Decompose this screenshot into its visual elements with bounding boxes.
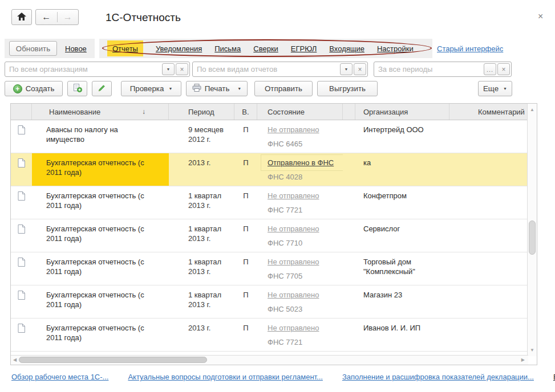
row-name: Бухгалтерская отчетность (с 2011 года) — [32, 285, 169, 318]
refresh-button[interactable]: Обновить — [9, 41, 57, 56]
clear-icon: × — [358, 67, 362, 72]
row-status-link[interactable]: Не отправлено — [268, 191, 319, 200]
organization-filter-clear-button[interactable]: × — [176, 63, 188, 75]
row-period: 2013 г. — [169, 318, 234, 351]
document-icon — [18, 258, 25, 285]
row-status-link[interactable]: Отправлено в ФНС — [268, 158, 334, 167]
table-row[interactable]: Бухгалтерская отчетность (с 2011 года) 1… — [11, 252, 528, 285]
document-icon — [18, 224, 25, 252]
copy-item-button[interactable] — [67, 81, 87, 96]
row-status-link[interactable]: Не отправлено — [268, 125, 319, 134]
scroll-down-icon[interactable]: ▼ — [528, 348, 537, 353]
table-row[interactable]: Бухгалтерская отчетность (с 2011 года) 1… — [11, 219, 528, 252]
footer-link[interactable]: Обзор рабочего места 1С-... — [11, 373, 108, 381]
scroll-left-icon[interactable]: ◀ — [13, 357, 17, 362]
ellipsis-icon: ... — [487, 68, 493, 71]
toolbar-tab[interactable]: Входящие — [329, 39, 364, 58]
header-period[interactable]: Период — [169, 104, 234, 120]
row-status-cell: Не отправлено ФНС 7721 — [257, 318, 343, 351]
export-button[interactable]: Выгрузить — [317, 81, 378, 96]
period-filter-input[interactable] — [374, 65, 484, 74]
toolbar-tab[interactable]: Сверки — [253, 39, 278, 58]
report-type-filter-input[interactable] — [193, 65, 340, 74]
row-name: Бухгалтерская отчетность (с 2011 года) — [32, 219, 169, 252]
scroll-right-icon[interactable]: ▶ — [521, 357, 525, 362]
header-name[interactable]: Наименование ↓ — [32, 104, 169, 120]
table-row[interactable]: Бухгалтерская отчетность (с 2011 года) 2… — [11, 153, 528, 186]
footer-link[interactable]: Актуальные вопросы подготовки и отправки… — [128, 373, 323, 381]
header-status[interactable]: Состояние — [257, 104, 343, 120]
report-type-filter-dropdown-button[interactable]: ▼ — [340, 63, 353, 75]
row-name: Авансы по налогу на имущество — [32, 120, 169, 153]
period-filter-clear-button[interactable]: × — [497, 63, 510, 75]
send-button[interactable]: Отправить — [254, 81, 313, 96]
report-type-filter: ▼ × — [192, 62, 368, 77]
print-button-label: Печать — [205, 84, 230, 93]
check-button-label: Проверка — [130, 84, 164, 93]
footer-link[interactable]: Заполнение и расшифровка показателей дек… — [342, 373, 534, 381]
vertical-scrollbar[interactable]: ▲ ▼ — [527, 104, 537, 356]
row-status-cell: Не отправлено ФНС 6465 — [257, 120, 343, 153]
check-dropdown-button[interactable]: Проверка ▼ — [121, 81, 181, 96]
row-spacer-cell — [343, 252, 355, 285]
toolbar-tab[interactable]: Уведомления — [156, 39, 202, 58]
row-status-link[interactable]: Не отправлено — [268, 291, 319, 299]
row-comment — [449, 120, 528, 153]
row-period: 1 квартал 2013 г. — [169, 285, 234, 318]
organization-filter-input[interactable] — [5, 65, 162, 74]
vertical-scrollbar-thumb[interactable] — [529, 220, 536, 255]
table-row[interactable]: Бухгалтерская отчетность (с 2011 года) 2… — [11, 318, 528, 352]
app-window: ← → 1С-Отчетность × Обновить Новое Отчет… — [0, 0, 555, 392]
row-v: П — [234, 318, 257, 351]
edit-pencil-button[interactable] — [92, 81, 112, 96]
create-button[interactable]: + Создать — [5, 81, 63, 96]
document-icon — [18, 291, 25, 318]
table-header: Наименование ↓ Период В. Состояние Орган… — [11, 104, 528, 120]
table-row[interactable]: Авансы по налогу на имущество 9 месяцев … — [11, 120, 528, 153]
toolbar-tab[interactable]: Настройки — [377, 39, 414, 58]
row-comment — [449, 186, 528, 219]
row-period: 2013 г. — [169, 153, 234, 186]
organization-filter-dropdown-button[interactable]: ▼ — [162, 63, 175, 75]
row-spacer-cell — [343, 318, 355, 351]
tabs: ОтчетыУведомленияПисьмаСверкиЕГРЮЛВходящ… — [99, 39, 432, 58]
reports-table: Наименование ↓ Период В. Состояние Орган… — [10, 103, 537, 365]
toolbar-tab[interactable]: Письма — [214, 39, 241, 58]
print-dropdown-button[interactable]: Печать ▼ — [186, 81, 248, 96]
header-spacer-column — [343, 104, 355, 120]
row-status-link[interactable]: Не отправлено — [268, 324, 319, 332]
back-icon[interactable]: ← — [36, 12, 58, 22]
header-icon-column — [11, 104, 32, 120]
chevron-down-icon: ▼ — [168, 87, 172, 91]
row-status-cell: Отправлено в ФНС ФНС 4028 — [257, 153, 343, 186]
header-v[interactable]: В. — [234, 104, 257, 120]
table-row[interactable]: Бухгалтерская отчетность (с 2011 года) 1… — [11, 285, 528, 318]
header-comment[interactable]: Комментарий — [449, 104, 528, 120]
printer-icon — [192, 84, 201, 93]
new-link[interactable]: Новое — [65, 44, 87, 53]
report-type-filter-clear-button[interactable]: × — [354, 63, 366, 75]
more-button[interactable]: Еще ▼ — [478, 81, 512, 96]
row-status-link[interactable]: Не отправлено — [268, 258, 319, 266]
period-filter-choose-button[interactable]: ... — [484, 63, 496, 75]
period-filter: ... × — [374, 62, 512, 77]
row-status-link[interactable]: Не отправлено — [268, 224, 319, 233]
horizontal-scrollbar-thumb[interactable] — [19, 357, 207, 363]
chevron-down-icon: ▼ — [345, 67, 349, 71]
close-icon[interactable]: × — [538, 13, 543, 21]
forward-icon[interactable]: → — [58, 12, 79, 22]
row-fns-code: ФНС 4028 — [268, 172, 302, 182]
row-spacer-cell — [343, 219, 355, 252]
horizontal-scrollbar[interactable]: ◀ ▶ — [11, 355, 528, 365]
row-organization: Конфетпром — [355, 186, 449, 219]
row-fns-code: ФНС 7721 — [268, 337, 302, 347]
home-button[interactable] — [11, 9, 32, 25]
chevron-down-icon: ▼ — [237, 87, 241, 91]
header-organization[interactable]: Организация — [355, 104, 449, 120]
toolbar-tab[interactable]: Отчеты — [107, 40, 143, 56]
old-interface-link[interactable]: Старый интерфейс — [437, 44, 503, 53]
toolbar-tab[interactable]: ЕГРЮЛ — [291, 39, 317, 58]
table-row[interactable]: Бухгалтерская отчетность (с 2011 года) 1… — [11, 186, 528, 219]
scroll-up-icon[interactable]: ▲ — [528, 107, 537, 112]
row-fns-code: ФНС 6465 — [268, 139, 302, 149]
